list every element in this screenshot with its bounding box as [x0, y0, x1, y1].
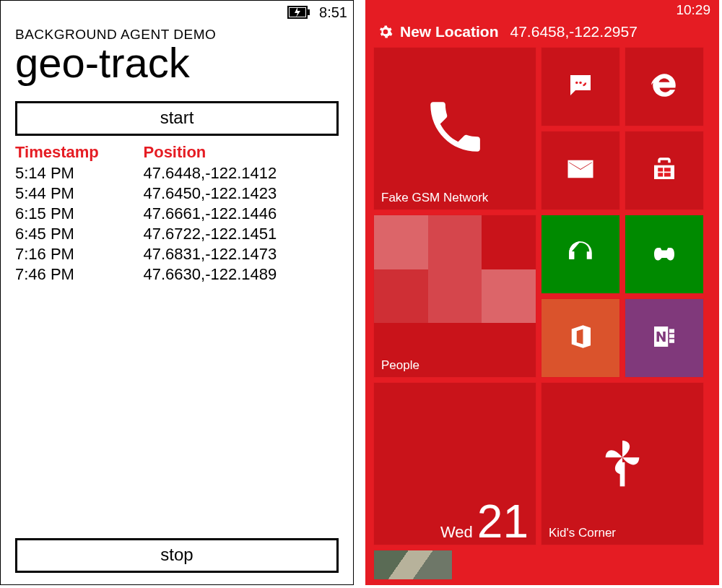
status-bar: 10:29	[365, 0, 719, 19]
tile-mail[interactable]	[542, 131, 619, 209]
tile-label: People	[381, 358, 419, 373]
svg-point-5	[579, 82, 582, 85]
col-position: Position	[144, 143, 339, 163]
cell-timestamp: 6:45 PM	[15, 224, 144, 244]
tile-people[interactable]: People	[374, 215, 536, 377]
start-tiles: Fake GSM Network	[365, 48, 719, 585]
messaging-icon	[565, 70, 596, 103]
calendar-day: 21	[477, 498, 529, 545]
tile-onenote[interactable]	[625, 299, 703, 377]
onenote-icon	[649, 321, 679, 355]
cell-position: 47.6448,-122.1412	[144, 163, 339, 183]
phone-icon	[422, 95, 487, 163]
mail-icon	[565, 154, 596, 187]
toast-notification[interactable]: New Location 47.6458,-122.2957	[365, 19, 719, 48]
app-title: geo-track	[15, 38, 339, 87]
location-table: Timestamp Position 5:14 PM47.6448,-122.1…	[15, 143, 339, 285]
toast-title: New Location	[400, 23, 499, 40]
cell-position: 47.6630,-122.1489	[144, 264, 339, 285]
tile-games[interactable]	[625, 215, 703, 293]
cell-timestamp: 6:15 PM	[15, 204, 144, 224]
people-mosaic	[374, 215, 536, 377]
tile-office[interactable]	[542, 299, 619, 377]
tile-label: Fake GSM Network	[381, 191, 488, 205]
cell-position: 47.6661,-122.1446	[144, 204, 339, 224]
col-timestamp: Timestamp	[15, 143, 144, 163]
cell-timestamp: 7:16 PM	[15, 244, 144, 264]
phone-screen-start: 10:29 New Location 47.6458,-122.2957 Fak…	[365, 0, 719, 585]
cell-timestamp: 5:44 PM	[15, 183, 144, 204]
store-icon	[649, 154, 679, 187]
table-row: 6:15 PM47.6661,-122.1446	[15, 204, 339, 224]
tile-internet-explorer[interactable]	[625, 48, 703, 126]
status-bar: 8:51	[1, 1, 353, 22]
status-time: 10:29	[676, 2, 710, 18]
svg-point-4	[575, 82, 578, 85]
table-row: 5:14 PM47.6448,-122.1412	[15, 163, 339, 183]
table-row: 7:16 PM47.6831,-122.1473	[15, 244, 339, 264]
table-row: 7:46 PM47.6630,-122.1489	[15, 264, 339, 285]
headphones-icon	[565, 238, 596, 271]
pinwheel-icon	[593, 433, 651, 494]
cell-position: 47.6722,-122.1451	[144, 224, 339, 244]
toast-coords: 47.6458,-122.2957	[510, 23, 638, 40]
battery-charging-icon	[287, 6, 310, 19]
svg-rect-6	[658, 168, 663, 171]
tile-calendar[interactable]: Wed 21	[374, 383, 536, 545]
cell-timestamp: 7:46 PM	[15, 264, 144, 285]
phone-screen-app: 8:51 BACKGROUND AGENT DEMO geo-track sta…	[0, 0, 354, 585]
xbox-icon	[649, 238, 679, 271]
app-header: BACKGROUND AGENT DEMO geo-track	[1, 22, 353, 94]
ie-icon	[649, 70, 679, 103]
tile-kids-corner[interactable]: Kid's Corner	[542, 383, 703, 545]
tile-messaging[interactable]	[542, 48, 619, 126]
tile-label: Kid's Corner	[549, 526, 616, 540]
table-row: 6:45 PM47.6722,-122.1451	[15, 224, 339, 244]
tile-photos[interactable]	[374, 550, 452, 579]
svg-rect-10	[620, 462, 625, 486]
stop-button[interactable]: stop	[15, 538, 339, 573]
table-row: 5:44 PM47.6450,-122.1423	[15, 183, 339, 204]
status-time: 8:51	[319, 4, 347, 21]
svg-rect-8	[658, 173, 663, 176]
cell-position: 47.6450,-122.1423	[144, 183, 339, 204]
gear-icon	[378, 25, 393, 39]
tile-music[interactable]	[542, 215, 619, 293]
office-icon	[565, 321, 596, 355]
svg-rect-7	[664, 168, 671, 171]
svg-rect-2	[308, 9, 310, 15]
calendar-dow: Wed	[440, 523, 473, 542]
cell-position: 47.6831,-122.1473	[144, 244, 339, 264]
tile-store[interactable]	[625, 131, 703, 209]
cell-timestamp: 5:14 PM	[15, 163, 144, 183]
svg-rect-9	[664, 173, 671, 176]
start-button[interactable]: start	[15, 101, 339, 136]
tile-phone[interactable]: Fake GSM Network	[374, 48, 536, 209]
calendar-date: Wed 21	[440, 498, 529, 545]
